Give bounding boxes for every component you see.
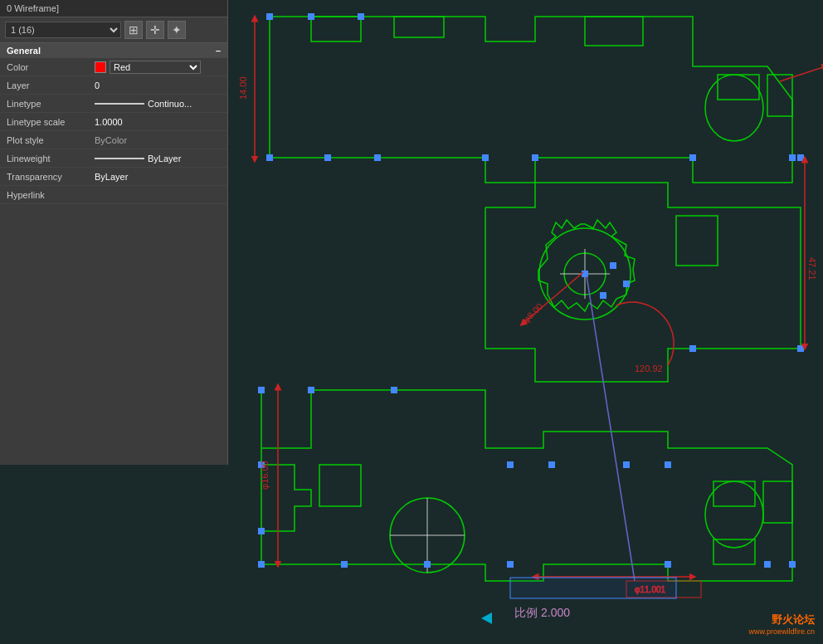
svg-text:120.92: 120.92 [635, 363, 663, 373]
prop-lw-value: ByLayer [91, 152, 227, 165]
prop-color-label: Color [0, 61, 91, 74]
svg-rect-45 [258, 528, 265, 534]
svg-rect-28 [374, 154, 381, 161]
svg-text:φ16.00: φ16.00 [260, 461, 270, 490]
svg-rect-27 [324, 154, 331, 161]
lineweight-dash [95, 158, 144, 159]
svg-rect-39 [797, 345, 804, 352]
svg-rect-53 [507, 461, 514, 468]
toolbar-btn-2[interactable]: ✛ [146, 21, 164, 39]
prop-lw-row: Lineweight ByLayer [0, 149, 227, 168]
svg-rect-38 [689, 345, 696, 352]
prop-color-value[interactable]: Red [91, 59, 227, 76]
svg-rect-41 [258, 387, 265, 393]
prop-plotstyle-label: Plot style [0, 134, 91, 147]
prop-lts-row: Linetype scale 1.0000 [0, 113, 227, 131]
color-swatch-red [95, 61, 106, 73]
prop-layer-label: Layer [0, 79, 91, 92]
toolbar-btn-1[interactable]: ⊞ [124, 21, 143, 39]
svg-text:14.00: 14.00 [238, 76, 248, 100]
svg-rect-25 [358, 13, 364, 20]
prop-transparency-label: Transparency [0, 170, 91, 183]
cad-drawing-area[interactable]: 14.00 R14.00 47.21 φ8.00 120.92 φ16.00 φ… [228, 0, 823, 644]
prop-hyperlink-row: Hyperlink [0, 186, 227, 204]
svg-rect-52 [789, 561, 796, 568]
svg-rect-29 [482, 154, 489, 161]
svg-rect-72 [510, 578, 676, 598]
svg-rect-24 [308, 13, 314, 20]
panel-title: 0 Wireframe] [0, 0, 227, 17]
svg-rect-31 [689, 154, 696, 161]
prop-lw-label: Lineweight [0, 152, 91, 165]
svg-rect-51 [764, 561, 771, 568]
watermark-line2: www.proewildfire.cn [748, 627, 815, 636]
svg-rect-43 [391, 387, 397, 393]
prop-layer-value: 0 [91, 79, 227, 92]
svg-rect-35 [610, 262, 616, 269]
section-general-header: General – [0, 43, 227, 58]
toolbar-btn-3[interactable]: ✦ [168, 21, 186, 39]
color-select[interactable]: Red [110, 61, 201, 74]
svg-rect-32 [789, 154, 796, 161]
linetype-dash [95, 103, 144, 105]
prop-plotstyle-value: ByColor [91, 134, 227, 147]
panel-toolbar: 1 (16) ⊞ ✛ ✦ [0, 17, 227, 43]
properties-panel: 0 Wireframe] 1 (16) ⊞ ✛ ✦ General – Colo… [0, 0, 228, 465]
prop-transparency-row: Transparency ByLayer [0, 168, 227, 186]
svg-rect-49 [507, 561, 514, 568]
prop-linetype-value: Continuo... [91, 97, 227, 110]
svg-rect-30 [532, 154, 538, 161]
svg-rect-50 [665, 561, 671, 568]
prop-linetype-label: Linetype [0, 97, 91, 110]
svg-rect-26 [266, 154, 273, 161]
watermark: 野火论坛 www.proewildfire.cn [748, 612, 815, 636]
scale-label: 比例 2.000 [514, 606, 570, 621]
svg-rect-47 [341, 561, 348, 568]
prop-linetype-row: Linetype Continuo... [0, 95, 227, 113]
prop-transparency-value: ByLayer [91, 170, 227, 183]
svg-rect-46 [258, 561, 265, 568]
svg-rect-40 [797, 154, 804, 161]
prop-lts-value: 1.0000 [91, 115, 227, 129]
prop-hyperlink-label: Hyperlink [0, 188, 91, 202]
svg-rect-37 [623, 281, 630, 287]
svg-text:47.21: 47.21 [807, 257, 817, 281]
svg-rect-48 [424, 561, 431, 568]
svg-rect-56 [665, 461, 671, 468]
prop-lts-label: Linetype scale [0, 115, 91, 129]
svg-rect-42 [308, 387, 314, 393]
cad-svg: 14.00 R14.00 47.21 φ8.00 120.92 φ16.00 φ… [228, 0, 823, 644]
prop-plotstyle-row: Plot style ByColor [0, 131, 227, 149]
watermark-line1: 野火论坛 [748, 612, 815, 627]
layer-dropdown[interactable]: 1 (16) [5, 22, 121, 38]
svg-rect-36 [600, 292, 606, 299]
prop-hyperlink-value [91, 193, 227, 197]
prop-color-row: Color Red [0, 58, 227, 76]
properties-list: General – Color Red Layer 0 Linetype Con… [0, 43, 227, 204]
svg-rect-23 [266, 13, 273, 20]
svg-rect-55 [623, 461, 630, 468]
prop-layer-row: Layer 0 [0, 76, 227, 95]
svg-rect-54 [548, 461, 555, 468]
